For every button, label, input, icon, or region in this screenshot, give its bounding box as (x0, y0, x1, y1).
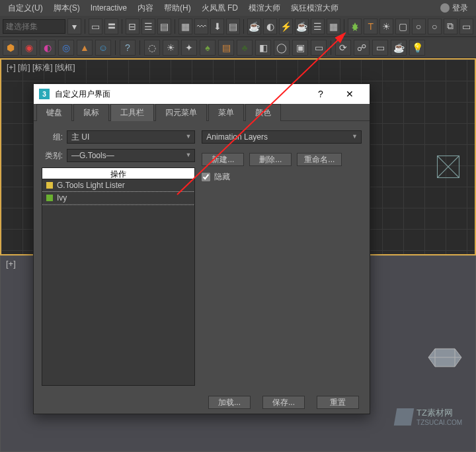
delete-button[interactable]: 删除... (249, 153, 292, 166)
dialog-tabs: 键盘 鼠标 工具栏 四元菜单 菜单 颜色 (34, 104, 370, 121)
tree2-icon[interactable]: ♣ (237, 40, 253, 56)
app-icon: 3 (39, 89, 50, 99)
tab-color[interactable]: 颜色 (245, 104, 281, 121)
menu-crazy-render[interactable]: 疯狂模渲大师 (286, 3, 344, 14)
tool-icon[interactable]: ☺ (95, 40, 111, 56)
tool-icon[interactable]: ⬢ (3, 40, 19, 56)
t-tool-icon[interactable]: T (364, 19, 377, 34)
dope-icon[interactable]: ▤ (226, 19, 240, 34)
tool-icon[interactable]: ◉ (21, 40, 37, 56)
layers-icon[interactable]: ☰ (141, 19, 155, 34)
square-icon[interactable]: ▭ (459, 19, 473, 34)
geometry-shaded-icon (425, 345, 465, 372)
circle2-icon[interactable]: ○ (428, 19, 442, 34)
help-icon[interactable]: ? (120, 40, 136, 56)
category-combo[interactable]: —G.Tools— (67, 149, 195, 162)
menu-phoenix[interactable]: 火凤凰 FD (196, 3, 243, 14)
track-icon[interactable]: ⬇ (210, 19, 224, 34)
ivy-plugin-icon[interactable] (348, 19, 362, 34)
layer-icon[interactable]: ▣ (292, 40, 308, 56)
close-button[interactable]: ✕ (335, 84, 364, 104)
watermark-logo-icon (394, 408, 415, 426)
render-icon[interactable]: ⚡ (279, 19, 293, 34)
stack-icon[interactable]: ▤ (157, 19, 171, 34)
action-icon (46, 182, 53, 189)
category-value: —G.Tools— (71, 151, 114, 160)
group-combo[interactable]: 主 UI (67, 130, 195, 144)
tab-keyboard[interactable]: 键盘 (36, 104, 72, 121)
sun-icon[interactable]: ☀ (379, 19, 393, 34)
login-button[interactable]: 登录 (435, 3, 473, 14)
tab-mouse[interactable]: 鼠标 (73, 104, 109, 121)
schematic-icon[interactable]: ▦ (178, 19, 192, 34)
menu-render-master[interactable]: 模渲大师 (243, 3, 286, 14)
hide-label: 隐藏 (214, 171, 230, 183)
screen-icon[interactable]: ▭ (372, 40, 388, 56)
toolbar-icon[interactable]: 〓 (104, 19, 118, 34)
watermark-sub: TZSUCAI.COM (416, 419, 462, 426)
grid-icon[interactable]: ▦ (327, 19, 340, 34)
plug-icon[interactable]: ☍ (354, 40, 370, 56)
menu-customize[interactable]: 自定义(U) (3, 3, 48, 14)
selection-set-dropdown[interactable] (3, 19, 65, 34)
dialog-body: 组: 主 UI 类别: —G.Tools— 操作 G.Tools Light L… (34, 121, 370, 391)
save-button[interactable]: 保存... (262, 396, 305, 409)
align-icon[interactable]: ⊟ (126, 19, 139, 34)
bulb-icon[interactable]: ◌ (144, 40, 160, 56)
geometry-wireframe-icon (434, 152, 463, 181)
toolbar-combo[interactable]: Animation Layers (202, 130, 362, 144)
teapot-icon[interactable]: ☕ (247, 19, 261, 34)
cube-icon[interactable]: ▢ (395, 19, 409, 34)
customize-ui-dialog: 3 自定义用户界面 ? ✕ 键盘 鼠标 工具栏 四元菜单 菜单 颜色 组: 主 … (33, 83, 370, 414)
menu-interactive[interactable]: Interactive (85, 3, 132, 13)
menu-content[interactable]: 内容 (132, 3, 159, 14)
options-icon[interactable]: ☰ (311, 19, 325, 34)
menu-script[interactable]: 脚本(S) (48, 3, 85, 14)
curve-editor-icon[interactable]: 〰 (194, 19, 208, 34)
material-icon[interactable]: ◐ (263, 19, 277, 34)
category-label: 类别: (42, 150, 63, 161)
main-toolbar: ▾ ▭ 〓 ⊟ ☰ ▤ ▦ 〰 ⬇ ▤ ☕ ◐ ⚡ ☕ ☰ ▦ T ☀ ▢ ○ … (0, 16, 476, 37)
group-label: 组: (42, 132, 63, 143)
action-icon (46, 195, 53, 201)
copy-icon[interactable]: ⧉ (444, 19, 457, 34)
tab-quad[interactable]: 四元菜单 (155, 104, 207, 121)
tab-toolbar[interactable]: 工具栏 (110, 104, 154, 121)
frame-icon[interactable]: ▭ (311, 40, 327, 56)
hide-checkbox[interactable] (202, 173, 210, 181)
light-icon[interactable]: ☀ (163, 40, 178, 56)
action-list-header: 操作 (42, 167, 195, 179)
refresh-icon[interactable]: ⟳ (335, 40, 351, 56)
action-list[interactable]: G.Tools Light Lister Ivy (42, 179, 195, 386)
lamp-icon[interactable]: 💡 (409, 40, 425, 56)
cube2-icon[interactable]: ◧ (255, 40, 271, 56)
action-label: Ivy (57, 193, 67, 203)
tree-icon[interactable]: ♠ (200, 40, 216, 56)
tool-icon[interactable]: ▲ (77, 40, 93, 56)
help-button[interactable]: ? (306, 84, 335, 104)
dialog-titlebar[interactable]: 3 自定义用户界面 ? ✕ (34, 84, 370, 104)
action-row[interactable]: Ivy (42, 192, 194, 204)
teapot3-icon[interactable]: ☕ (391, 40, 407, 56)
circle-icon[interactable]: ○ (412, 19, 426, 34)
ring-icon[interactable]: ◯ (274, 40, 290, 56)
viewport-label: [+] [前] [标准] [线框] (7, 62, 75, 73)
tool-icon[interactable]: ◐ (40, 40, 56, 56)
group-value: 主 UI (71, 132, 89, 143)
menu-help[interactable]: 帮助(H) (159, 3, 196, 14)
rename-button[interactable]: 重命名... (297, 153, 342, 166)
action-label: G.Tools Light Lister (57, 181, 125, 190)
dialog-title: 自定义用户界面 (55, 89, 110, 100)
toolbar-icon[interactable]: ▭ (89, 19, 102, 34)
light-dir-icon[interactable]: ✦ (181, 40, 197, 56)
viewport-label: [+] (6, 259, 16, 269)
new-button[interactable]: 新建... (202, 153, 244, 166)
building-icon[interactable]: ▤ (218, 40, 234, 56)
load-button[interactable]: 加载... (208, 396, 251, 409)
action-row[interactable]: G.Tools Light Lister (42, 179, 194, 192)
tool-icon[interactable]: ◎ (58, 40, 74, 56)
tab-menu[interactable]: 菜单 (208, 104, 244, 121)
reset-button[interactable]: 重置 (317, 396, 359, 409)
teapot2-icon[interactable]: ☕ (295, 19, 309, 34)
dropdown-icon[interactable]: ▾ (67, 19, 81, 34)
